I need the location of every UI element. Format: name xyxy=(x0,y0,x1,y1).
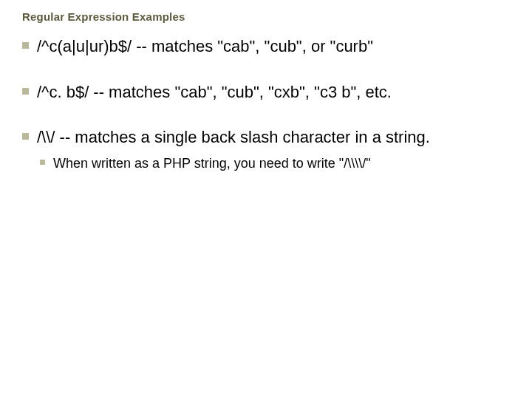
bullet-item: /^c. b$/ -- matches "cab", "cub", "cxb",… xyxy=(21,82,511,103)
slide-title: Regular Expression Examples xyxy=(22,10,511,23)
bullet-list: /^c(a|u|ur)b$/ -- matches "cab", "cub", … xyxy=(21,36,511,172)
slide: Regular Expression Examples /^c(a|u|ur)b… xyxy=(0,0,532,399)
bullet-item: /\\/ -- matches a single back slash char… xyxy=(21,127,511,172)
sub-bullet-item: When written as a PHP string, you need t… xyxy=(37,155,511,172)
bullet-item: /^c(a|u|ur)b$/ -- matches "cab", "cub", … xyxy=(21,36,511,57)
sub-bullet-text: When written as a PHP string, you need t… xyxy=(53,156,371,171)
sub-bullet-list: When written as a PHP string, you need t… xyxy=(37,155,511,172)
bullet-text: /\\/ -- matches a single back slash char… xyxy=(37,128,430,146)
bullet-text: /^c. b$/ -- matches "cab", "cub", "cxb",… xyxy=(37,83,392,101)
bullet-text: /^c(a|u|ur)b$/ -- matches "cab", "cub", … xyxy=(37,37,373,55)
